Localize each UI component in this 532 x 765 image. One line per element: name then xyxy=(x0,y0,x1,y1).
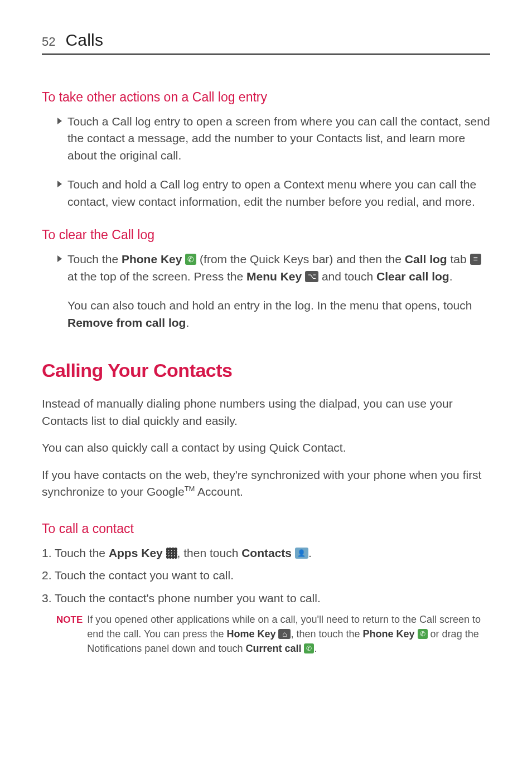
note-block: NOTE If you opened other applications wh… xyxy=(42,612,490,656)
paragraph: Instead of manually dialing phone number… xyxy=(42,395,490,429)
body-text: , then touch xyxy=(177,546,242,559)
label-apps-key: Apps Key xyxy=(109,546,163,559)
contacts-icon xyxy=(295,548,308,559)
bullet-item: Touch and hold a Call log entry to open … xyxy=(42,176,490,210)
phone-key-icon xyxy=(185,254,196,265)
note-body: If you opened other applications while o… xyxy=(87,612,490,656)
section-title: Calls xyxy=(65,28,103,52)
heading-calling-your-contacts: Calling Your Contacts xyxy=(42,357,490,384)
body-text: You can also touch and hold an entry in … xyxy=(67,299,472,312)
list-number: 3. xyxy=(42,592,55,604)
phone-key-icon xyxy=(418,629,428,639)
body-text: . xyxy=(186,316,189,329)
body-text: Touch the xyxy=(55,546,109,559)
current-call-icon xyxy=(304,643,314,653)
list-item: 1. Touch the Apps Key , then touch Conta… xyxy=(42,545,490,561)
body-text: Touch a Call log entry to open a screen … xyxy=(67,115,490,162)
list-number: 2. xyxy=(42,569,55,582)
label-phone-key: Phone Key xyxy=(363,628,415,640)
body-text: Touch and hold a Call log entry to open … xyxy=(67,178,476,207)
body-text: Account. xyxy=(195,485,243,498)
label-home-key: Home Key xyxy=(226,628,275,640)
body-text: , then touch the xyxy=(291,628,362,640)
body-text: (from the Quick Keys bar) and then the xyxy=(196,253,405,265)
body-text: . xyxy=(314,643,317,654)
list-number: 1. xyxy=(42,546,55,559)
paragraph: If you have contacts on the web, they're… xyxy=(42,467,490,501)
bullet-item: Touch a Call log entry to open a screen … xyxy=(42,113,490,164)
body-text: Touch the contact's phone number you wan… xyxy=(55,592,321,604)
paragraph: You can also quickly call a contact by u… xyxy=(42,439,490,456)
bullet-item: Touch the Phone Key (from the Quick Keys… xyxy=(42,251,490,285)
document-page: 52 Calls To take other actions on a Call… xyxy=(0,0,532,690)
heading-clear-call-log: To clear the Call log xyxy=(42,226,490,244)
label-phone-key: Phone Key xyxy=(122,253,182,265)
label-current-call: Current call xyxy=(245,643,301,654)
body-text: . xyxy=(449,270,453,283)
page-header: 52 Calls xyxy=(42,28,490,55)
body-text: . xyxy=(308,546,312,559)
list-item: 3. Touch the contact's phone number you … xyxy=(42,590,490,607)
body-text: tab xyxy=(447,253,470,265)
paragraph: You can also touch and hold an entry in … xyxy=(42,297,490,331)
body-text: Touch the contact you want to call. xyxy=(55,569,234,582)
note-label: NOTE xyxy=(56,612,83,656)
body-text: If you have contacts on the web, they're… xyxy=(42,468,481,498)
label-contacts: Contacts xyxy=(241,546,292,559)
list-item: 2. Touch the contact you want to call. xyxy=(42,567,490,584)
label-menu-key: Menu Key xyxy=(246,270,302,283)
apps-key-icon xyxy=(166,548,177,559)
trademark-symbol: TM xyxy=(185,485,195,493)
page-number: 52 xyxy=(42,33,55,51)
call-log-tab-icon xyxy=(470,254,481,265)
label-remove-from-call-log: Remove from call log xyxy=(67,316,186,329)
body-text: Touch the xyxy=(67,253,122,265)
label-clear-call-log: Clear call log xyxy=(376,270,449,283)
label-call-log: Call log xyxy=(405,253,447,265)
ordered-list: 1. Touch the Apps Key , then touch Conta… xyxy=(42,545,490,607)
body-text: at the top of the screen. Press the xyxy=(67,270,246,283)
heading-actions-call-log: To take other actions on a Call log entr… xyxy=(42,88,490,106)
menu-key-icon xyxy=(305,271,318,282)
body-text: and touch xyxy=(318,270,376,283)
heading-to-call-contact: To call a contact xyxy=(42,520,490,538)
home-key-icon xyxy=(278,629,291,639)
